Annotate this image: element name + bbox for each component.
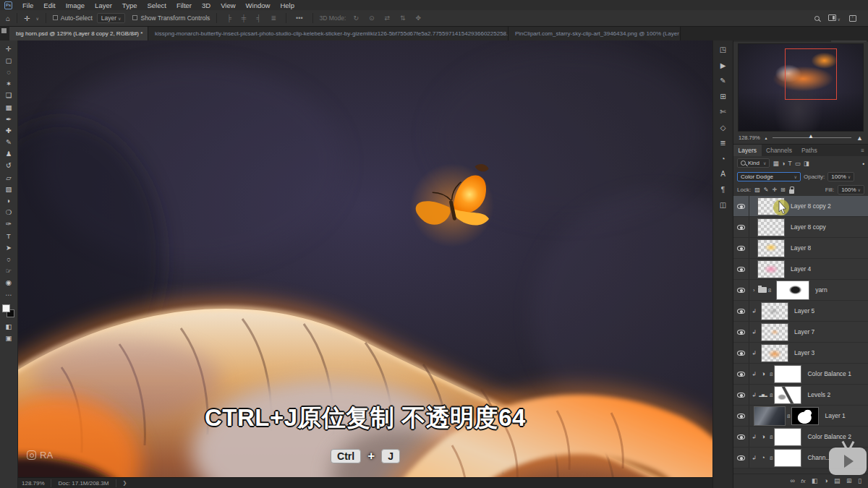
visibility-toggle[interactable] bbox=[733, 322, 749, 342]
visibility-toggle[interactable] bbox=[733, 364, 749, 384]
layer-thumbnail[interactable] bbox=[757, 239, 785, 257]
distribute-icon[interactable]: ≣ bbox=[268, 14, 280, 22]
visibility-toggle[interactable] bbox=[733, 217, 749, 237]
lasso-tool[interactable]: ◌ bbox=[0, 66, 17, 77]
visibility-toggle[interactable] bbox=[733, 259, 749, 279]
foreground-color[interactable] bbox=[2, 304, 10, 312]
libraries-panel-icon[interactable]: ◫ bbox=[720, 201, 726, 209]
brush-tool[interactable]: ✎ bbox=[0, 137, 17, 148]
path-selection-tool[interactable]: ➤ bbox=[0, 241, 17, 253]
menu-select[interactable]: Select bbox=[142, 1, 171, 9]
shape-tool[interactable]: ○ bbox=[0, 253, 17, 265]
eyedropper-tool[interactable]: ✒ bbox=[0, 113, 17, 124]
menu-help[interactable]: Help bbox=[275, 1, 299, 9]
eraser-tool[interactable]: ▱ bbox=[0, 171, 17, 183]
visibility-toggle[interactable] bbox=[733, 196, 749, 216]
layer-row-layer8copy[interactable]: Layer 8 copy bbox=[733, 217, 868, 238]
dodge-tool[interactable]: ❍ bbox=[0, 207, 17, 218]
visibility-toggle[interactable] bbox=[733, 343, 749, 363]
doc-tab-starry-sky[interactable]: PinClipart.com_starry-sky-clip-art_39464… bbox=[509, 27, 681, 40]
lock-artboard-icon[interactable]: ⊞ bbox=[780, 187, 786, 193]
new-group-icon[interactable]: ▤ bbox=[834, 477, 841, 484]
visibility-toggle[interactable] bbox=[733, 280, 749, 300]
frame-tool[interactable]: ▦ bbox=[0, 101, 17, 113]
filter-toggle-icon[interactable]: ● bbox=[862, 161, 864, 166]
snapshot-panel-icon[interactable]: ✄ bbox=[720, 108, 726, 116]
history-panel-icon[interactable]: ◳ bbox=[720, 46, 726, 53]
navigator-view-box[interactable] bbox=[785, 48, 837, 100]
visibility-toggle[interactable] bbox=[733, 406, 749, 426]
doc-tab-big-horn[interactable]: big horn.psd @ 129% (Layer 8 copy 2, RGB… bbox=[9, 27, 148, 40]
align-more-icon[interactable]: ••• bbox=[293, 14, 305, 22]
navigator-zoom-slider[interactable]: ▲ bbox=[773, 137, 851, 138]
menu-view[interactable]: View bbox=[216, 1, 240, 9]
app-logo-icon[interactable]: Ps bbox=[4, 1, 12, 9]
tab-channels[interactable]: Channels bbox=[762, 145, 797, 156]
layer-thumbnail[interactable] bbox=[754, 406, 786, 426]
align-center-icon[interactable]: ╪ bbox=[239, 14, 249, 22]
layer-thumbnail[interactable] bbox=[761, 344, 788, 362]
auto-select-checkbox[interactable]: Auto-Select bbox=[53, 14, 93, 22]
screen-mode-tool[interactable]: ▣ bbox=[0, 332, 17, 343]
clone-source-panel-icon[interactable]: ⊞ bbox=[720, 93, 726, 100]
group-expand-caret[interactable]: › bbox=[753, 287, 755, 294]
layer-row-color-balance-1[interactable]: ↲ ◑ 8 Color Balance 1 bbox=[733, 364, 868, 385]
fill-dropdown[interactable]: 100%∨ bbox=[838, 185, 864, 194]
layer-mask-thumbnail[interactable] bbox=[774, 428, 801, 446]
healing-brush-tool[interactable]: ✚ bbox=[0, 124, 17, 136]
lock-pixels-icon[interactable]: ✎ bbox=[764, 187, 769, 193]
visibility-toggle[interactable] bbox=[733, 238, 749, 258]
new-layer-icon[interactable]: ⊞ bbox=[846, 477, 852, 484]
layers-panel-menu-icon[interactable]: ≡ bbox=[857, 145, 868, 156]
status-zoom-level[interactable]: 128.79% bbox=[22, 480, 45, 487]
marquee-tool[interactable]: ▢ bbox=[0, 54, 17, 66]
share-icon[interactable] bbox=[849, 15, 856, 22]
quick-selection-tool[interactable]: ✶ bbox=[0, 78, 17, 90]
history-brush-tool[interactable]: ↺ bbox=[0, 160, 17, 171]
zoom-in-icon[interactable]: ▲ bbox=[856, 134, 863, 142]
blur-tool[interactable]: ◗ bbox=[0, 194, 17, 206]
filter-kind-dropdown[interactable]: Kind∨ bbox=[737, 158, 770, 168]
3d-panel-icon[interactable]: ◇ bbox=[720, 124, 726, 132]
3d-roll-icon[interactable]: ⊙ bbox=[366, 14, 378, 22]
lock-all-icon[interactable] bbox=[789, 189, 794, 194]
move-tool-preset-icon[interactable]: ✛ bbox=[24, 14, 30, 22]
group-thumbnail[interactable] bbox=[776, 281, 809, 300]
align-right-icon[interactable]: ╡ bbox=[253, 14, 263, 22]
menu-image[interactable]: Image bbox=[61, 1, 90, 9]
zoom-tool[interactable]: ◉ bbox=[0, 277, 17, 288]
visibility-toggle[interactable] bbox=[733, 448, 749, 468]
workspace-switcher[interactable]: ∨ bbox=[828, 14, 841, 22]
layer-thumbnail[interactable] bbox=[761, 323, 788, 341]
layer-row-layer5[interactable]: ↲ Layer 5 bbox=[733, 301, 868, 322]
blend-mode-dropdown[interactable]: Color Dodge∨ bbox=[737, 172, 801, 181]
layer-mask-thumbnail[interactable] bbox=[791, 407, 819, 425]
navigator-preview[interactable] bbox=[738, 43, 864, 132]
filter-type-icon[interactable]: T bbox=[788, 160, 792, 167]
layer-style-icon[interactable]: fx bbox=[801, 478, 805, 484]
navigator-zoom-value[interactable]: 128.79% bbox=[739, 134, 760, 141]
home-icon[interactable]: ⌂ bbox=[6, 14, 10, 22]
visibility-toggle[interactable] bbox=[733, 427, 749, 447]
filter-adjustment-icon[interactable]: ◑ bbox=[781, 160, 785, 167]
auto-select-target-dropdown[interactable]: Layer∨ bbox=[97, 13, 126, 23]
layer-mask-thumbnail[interactable] bbox=[774, 449, 801, 467]
filter-smart-object-icon[interactable]: ◨ bbox=[804, 160, 809, 167]
new-adjustment-icon[interactable]: ◑ bbox=[824, 477, 827, 484]
add-mask-icon[interactable]: ◧ bbox=[812, 477, 818, 484]
move-tool[interactable]: ✛ bbox=[0, 43, 17, 54]
3d-rotate-icon[interactable]: ↻ bbox=[350, 14, 362, 22]
status-arrow-icon[interactable]: ❯ bbox=[122, 480, 127, 486]
menu-edit[interactable]: Edit bbox=[38, 1, 60, 9]
3d-slide-icon[interactable]: ⇅ bbox=[397, 14, 409, 22]
paragraph-panel-icon[interactable]: ¶ bbox=[721, 186, 725, 194]
filter-shape-icon[interactable]: ▭ bbox=[795, 160, 801, 167]
align-left-icon[interactable]: ╞ bbox=[224, 14, 234, 22]
layer-thumbnail[interactable] bbox=[757, 260, 785, 278]
layer-row-layer8[interactable]: Layer 8 bbox=[733, 238, 868, 259]
tab-layers[interactable]: Layers bbox=[733, 145, 762, 156]
properties-panel-icon[interactable]: ≣ bbox=[720, 139, 726, 147]
tab-paths[interactable]: Paths bbox=[796, 145, 822, 156]
actions-panel-icon[interactable]: ▶ bbox=[720, 61, 726, 69]
layer-thumbnail[interactable] bbox=[761, 302, 788, 320]
